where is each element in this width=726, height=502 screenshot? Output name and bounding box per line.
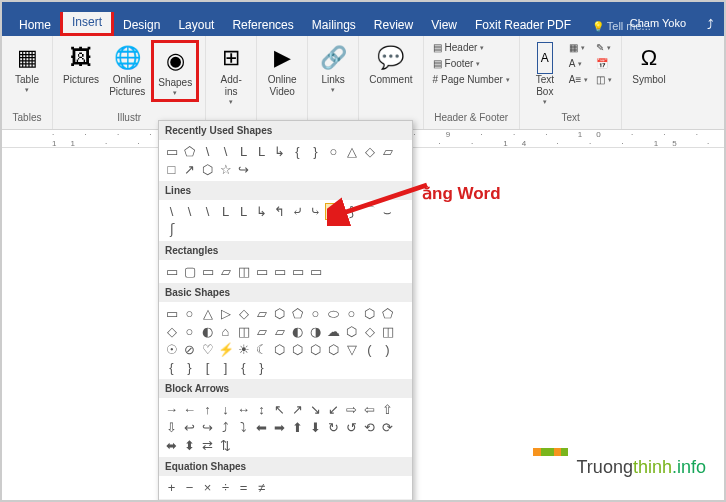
shape-option[interactable]: ⬡ bbox=[343, 323, 360, 340]
shape-option[interactable]: × bbox=[199, 479, 216, 496]
shape-option[interactable]: ⟳ bbox=[379, 419, 396, 436]
shape-option[interactable]: ☾ bbox=[253, 341, 270, 358]
shape-option[interactable]: ◫ bbox=[235, 323, 252, 340]
shape-option[interactable]: ÷ bbox=[217, 479, 234, 496]
shape-option[interactable]: ↳ bbox=[271, 143, 288, 160]
shape-option[interactable]: ⬍ bbox=[181, 437, 198, 454]
shape-option[interactable]: □ bbox=[163, 161, 180, 178]
object-button[interactable]: ◫ ▾ bbox=[593, 72, 615, 87]
shape-option[interactable]: ⇦ bbox=[361, 401, 378, 418]
shape-option[interactable]: ⇨ bbox=[343, 401, 360, 418]
shape-option[interactable]: \ bbox=[181, 203, 198, 220]
shape-option[interactable]: ◐ bbox=[289, 323, 306, 340]
shape-option[interactable]: ⬡ bbox=[307, 341, 324, 358]
shape-option[interactable]: ⤵ bbox=[235, 419, 252, 436]
shape-option[interactable]: ○ bbox=[181, 305, 198, 322]
shape-option[interactable]: \ bbox=[199, 143, 216, 160]
shape-option[interactable]: ≠ bbox=[253, 479, 270, 496]
tab-review[interactable]: Review bbox=[365, 14, 422, 36]
shape-option[interactable]: L bbox=[253, 143, 270, 160]
shape-option[interactable]: \ bbox=[217, 143, 234, 160]
shape-option[interactable]: ↕ bbox=[253, 401, 270, 418]
shape-option[interactable]: ◇ bbox=[361, 143, 378, 160]
shape-option[interactable]: ↑ bbox=[199, 401, 216, 418]
shape-option[interactable]: L bbox=[235, 203, 252, 220]
shape-option[interactable]: ⬡ bbox=[289, 341, 306, 358]
shape-option[interactable]: ▭ bbox=[289, 263, 306, 280]
tab-mailings[interactable]: Mailings bbox=[303, 14, 365, 36]
shape-option[interactable]: ⤷ bbox=[307, 203, 324, 220]
shape-option[interactable]: } bbox=[253, 359, 270, 376]
shape-option[interactable]: ▱ bbox=[253, 305, 270, 322]
shape-option[interactable]: ▱ bbox=[379, 143, 396, 160]
date-time-button[interactable]: 📅 bbox=[593, 56, 615, 71]
shape-option[interactable]: ⤶ bbox=[289, 203, 306, 220]
shape-option[interactable]: ▭ bbox=[253, 263, 270, 280]
shape-option[interactable]: ⬅ bbox=[253, 419, 270, 436]
shape-option[interactable]: ↔ bbox=[235, 401, 252, 418]
text-box-button[interactable]: A Text Box ▾ bbox=[526, 40, 564, 108]
shape-option[interactable]: △ bbox=[199, 305, 216, 322]
shape-option[interactable]: ⬡ bbox=[199, 161, 216, 178]
shape-option[interactable]: → bbox=[163, 401, 180, 418]
tab-insert[interactable]: Insert bbox=[60, 8, 114, 36]
shape-option[interactable]: ♡ bbox=[199, 341, 216, 358]
shape-option[interactable]: ] bbox=[217, 359, 234, 376]
shape-option[interactable]: ○ bbox=[325, 143, 342, 160]
shape-option[interactable]: ◐ bbox=[199, 323, 216, 340]
shape-option[interactable]: ⤴ bbox=[217, 419, 234, 436]
shape-option[interactable]: ⇩ bbox=[163, 419, 180, 436]
signature-button[interactable]: ✎ ▾ bbox=[593, 40, 615, 55]
shape-option[interactable]: ↓ bbox=[217, 401, 234, 418]
shape-option[interactable]: ▭ bbox=[199, 263, 216, 280]
shape-option[interactable]: ⇧ bbox=[379, 401, 396, 418]
shape-option[interactable]: { bbox=[235, 359, 252, 376]
shape-option[interactable]: } bbox=[307, 143, 324, 160]
table-button[interactable]: ▦ Table ▾ bbox=[8, 40, 46, 96]
shape-option[interactable]: ↳ bbox=[253, 203, 270, 220]
wordart-button[interactable]: A ▾ bbox=[566, 56, 592, 71]
shape-option[interactable]: ▭ bbox=[163, 305, 180, 322]
shape-option[interactable]: ⬠ bbox=[181, 143, 198, 160]
shape-option[interactable]: ▭ bbox=[163, 143, 180, 160]
drop-cap-button[interactable]: A≡ ▾ bbox=[566, 72, 592, 87]
shape-option[interactable]: + bbox=[163, 479, 180, 496]
shape-option[interactable]: ➡ bbox=[271, 419, 288, 436]
shape-option[interactable]: ⬡ bbox=[271, 341, 288, 358]
shape-option[interactable]: ▭ bbox=[163, 263, 180, 280]
shape-option[interactable]: ▱ bbox=[271, 323, 288, 340]
shape-option[interactable]: ⌂ bbox=[217, 323, 234, 340]
shape-option[interactable]: ↗ bbox=[181, 161, 198, 178]
addins-button[interactable]: ⊞ Add- ins ▾ bbox=[212, 40, 250, 108]
shape-option[interactable]: L bbox=[217, 203, 234, 220]
pictures-button[interactable]: 🖼 Pictures bbox=[59, 40, 103, 88]
shape-option[interactable]: ↩ bbox=[181, 419, 198, 436]
shape-option[interactable]: ◑ bbox=[307, 323, 324, 340]
shape-option[interactable]: ↺ bbox=[343, 419, 360, 436]
shape-option[interactable]: ⟲ bbox=[361, 419, 378, 436]
shape-option[interactable]: ↖ bbox=[271, 401, 288, 418]
shape-option[interactable]: ⬇ bbox=[307, 419, 324, 436]
shape-option[interactable]: = bbox=[235, 479, 252, 496]
shape-option[interactable]: ☉ bbox=[163, 341, 180, 358]
shape-option[interactable]: ◇ bbox=[235, 305, 252, 322]
shape-option[interactable]: } bbox=[181, 359, 198, 376]
tab-layout[interactable]: Layout bbox=[169, 14, 223, 36]
shape-option[interactable]: ◇ bbox=[163, 323, 180, 340]
shape-option[interactable]: ⬡ bbox=[325, 341, 342, 358]
shape-option[interactable]: \ bbox=[199, 203, 216, 220]
shape-option[interactable]: ( bbox=[361, 341, 378, 358]
shape-option[interactable]: ↙ bbox=[325, 401, 342, 418]
shape-option[interactable]: ○ bbox=[307, 305, 324, 322]
shape-option[interactable]: ⚡ bbox=[217, 341, 234, 358]
tab-foxit[interactable]: Foxit Reader PDF bbox=[466, 14, 580, 36]
shape-option[interactable]: ↗ bbox=[289, 401, 306, 418]
shape-option[interactable]: ▱ bbox=[217, 263, 234, 280]
share-icon[interactable]: ⤴ bbox=[707, 17, 714, 32]
tab-home[interactable]: Home bbox=[10, 14, 60, 36]
shape-option[interactable]: ◇ bbox=[361, 323, 378, 340]
online-pictures-button[interactable]: 🌐 Online Pictures bbox=[105, 40, 149, 100]
shape-option[interactable]: ○ bbox=[343, 305, 360, 322]
comment-button[interactable]: 💬 Comment bbox=[365, 40, 416, 88]
footer-button[interactable]: ▤Footer ▾ bbox=[430, 56, 513, 71]
